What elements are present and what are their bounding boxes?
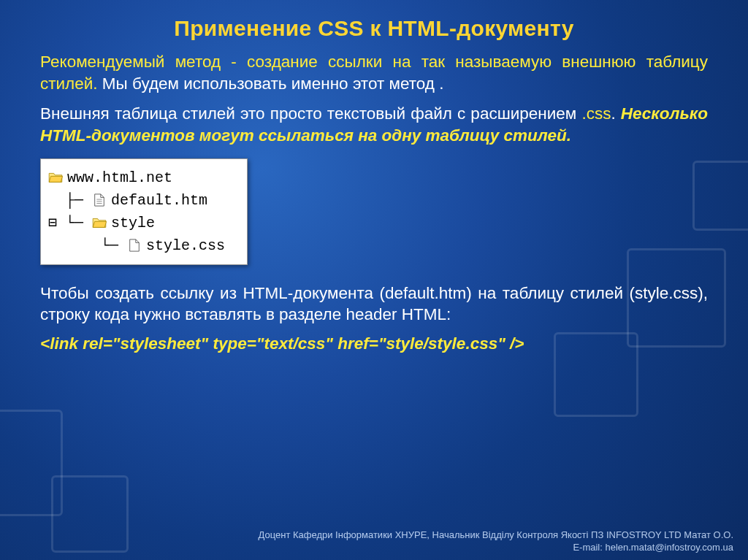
footer-line-2: E-mail: helen.matat@infostroy.com.ua [259,541,734,554]
slide-title: Применение CSS к HTML-документу [40,16,708,41]
paragraph-1: Рекомендуемый метод - создание ссылки на… [40,51,708,94]
tree-row-root: www.html.net [48,166,225,189]
p1-rest: Мы будем использовать именно этот метод … [98,74,444,93]
paragraph-3: Чтобы создать ссылку из HTML-документа (… [40,283,708,326]
folder-open-icon [92,216,107,229]
file-icon [92,193,107,207]
file-tree: www.html.net ├─ default.htm ⊟ └─ style [40,158,248,265]
tree-folder-label: style [111,212,155,234]
footer-line-1: Доцент Кафедри Інформатики ХНУРЕ, Началь… [259,529,734,542]
tree-root-label: www.html.net [67,166,172,189]
code-line: <link rel="stylesheet" type="text/css" h… [40,334,708,353]
tree-connector: └─ [48,234,127,257]
slide: Применение CSS к HTML-документу Рекоменд… [0,0,748,560]
paragraph-2: Внешняя таблица стилей это просто тексто… [40,103,708,146]
tree-connector: ⊟ └─ [48,212,92,234]
file-icon [127,239,142,252]
decoration-square [51,475,129,553]
p2-ext: .css [581,104,611,123]
tree-row-file2: └─ style.css [48,234,225,257]
tree-file2-label: style.css [146,234,225,257]
p2-c: . [611,104,620,123]
tree-row-file1: ├─ default.htm [48,189,225,212]
tree-file1-label: default.htm [111,189,207,212]
content-area: Применение CSS к HTML-документу Рекоменд… [0,0,748,353]
tree-row-folder: ⊟ └─ style [48,212,225,234]
footer: Доцент Кафедри Інформатики ХНУРЕ, Началь… [259,529,734,554]
tree-connector: ├─ [48,189,92,212]
p2-a: Внешняя таблица стилей это просто тексто… [40,104,581,123]
file-tree-panel: www.html.net ├─ default.htm ⊟ └─ style [40,158,708,265]
folder-open-icon [48,171,63,184]
